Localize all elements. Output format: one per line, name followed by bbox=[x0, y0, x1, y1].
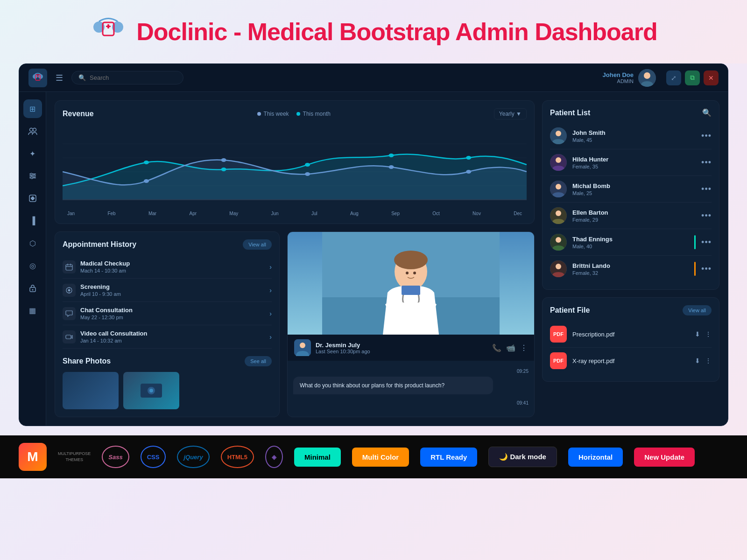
file-actions-0[interactable]: ⬇ ⋮ bbox=[695, 330, 712, 338]
patient-item-3[interactable]: Ellen Barton Female, 29 ••• bbox=[550, 203, 712, 229]
phone-icon[interactable]: 📞 bbox=[492, 343, 501, 352]
appointment-view-all[interactable]: View all bbox=[243, 239, 272, 250]
feature-horizontal[interactable]: Horizontal bbox=[568, 448, 623, 467]
file-download-icon-1[interactable]: ⬇ bbox=[695, 357, 700, 364]
patient-list-panel: Patient List 🔍 John Smith Male, 45 ••• bbox=[542, 100, 719, 290]
patient-avatar-4 bbox=[550, 234, 567, 251]
patient-more-0[interactable]: ••• bbox=[701, 131, 712, 141]
revenue-dropdown[interactable]: Yearly ▼ bbox=[494, 108, 527, 119]
patient-more-3[interactable]: ••• bbox=[701, 211, 712, 221]
patient-file-view-all[interactable]: View all bbox=[683, 305, 712, 315]
patient-more-4[interactable]: ••• bbox=[701, 238, 712, 247]
appt-icon-3 bbox=[63, 330, 76, 343]
feature-newupdate[interactable]: New Update bbox=[634, 448, 695, 467]
sidebar-item-settings[interactable] bbox=[23, 167, 42, 185]
svg-point-71 bbox=[413, 272, 416, 274]
patient-name-3: Ellen Barton bbox=[572, 209, 696, 216]
appt-arrow-1[interactable]: › bbox=[269, 287, 272, 294]
user-role-label: ADMIN bbox=[603, 78, 634, 84]
appt-arrow-2[interactable]: › bbox=[269, 310, 272, 317]
feature-minimal[interactable]: Minimal bbox=[294, 448, 341, 467]
patient-colorbar-4 bbox=[694, 235, 696, 249]
message-bubble-0: What do you think about our plans for th… bbox=[293, 377, 493, 394]
patient-more-1[interactable]: ••• bbox=[701, 158, 712, 168]
feature-multicolor[interactable]: Multi Color bbox=[352, 448, 409, 467]
sidebar-item-analytics[interactable]: ▦ bbox=[23, 301, 42, 320]
svg-rect-4 bbox=[107, 24, 109, 28]
sidebar-item-patients[interactable] bbox=[23, 122, 42, 140]
doctor-status: Last Seen 10:30pm ago bbox=[316, 349, 487, 354]
sidebar-item-radar[interactable]: ◎ bbox=[23, 256, 42, 275]
file-pdf-icon-0: PDF bbox=[550, 326, 567, 343]
revenue-panel: Revenue This week This month Yearly ▼ bbox=[55, 100, 535, 224]
patient-item-2[interactable]: Michal Bomb Male, 25 ••• bbox=[550, 176, 712, 203]
month-feb: Feb bbox=[107, 211, 115, 216]
patient-search-icon[interactable]: 🔍 bbox=[702, 108, 712, 117]
more-icon[interactable]: ⋮ bbox=[520, 343, 528, 352]
patient-more-5[interactable]: ••• bbox=[701, 264, 712, 274]
appointment-item-3[interactable]: Video call Consultation Jan 14 - 10:32 a… bbox=[63, 325, 272, 349]
sidebar-item-tools[interactable]: ✦ bbox=[23, 144, 42, 163]
search-input[interactable] bbox=[90, 74, 176, 81]
badge-css: CSS bbox=[141, 446, 166, 468]
top-nav: ☰ 🔍 Johen Doe ADMIN ⤢ ⧉ ✕ bbox=[19, 64, 728, 92]
file-actions-1[interactable]: ⬇ ⋮ bbox=[695, 357, 712, 364]
svg-point-46 bbox=[556, 184, 561, 189]
file-pdf-icon-1: PDF bbox=[550, 352, 567, 369]
appt-arrow-0[interactable]: › bbox=[269, 263, 272, 271]
revenue-chart bbox=[63, 125, 527, 209]
svg-rect-53 bbox=[66, 265, 72, 270]
month-oct: Oct bbox=[432, 211, 440, 216]
patient-detail-4: Male, 40 bbox=[572, 244, 689, 249]
sidebar-item-pages[interactable]: ⬡ bbox=[23, 234, 42, 252]
feature-darkmode[interactable]: 🌙 Dark mode bbox=[488, 447, 557, 467]
patient-item-5[interactable]: Brittni Lando Female, 32 ••• bbox=[550, 256, 712, 282]
sidebar-item-lock[interactable] bbox=[23, 279, 42, 297]
video-icon[interactable]: 📹 bbox=[506, 343, 515, 352]
sidebar-item-medical[interactable] bbox=[23, 189, 42, 208]
appointment-item-1[interactable]: Screening April 10 - 9:30 am › bbox=[63, 279, 272, 302]
doctor-name: Dr. Jesmin July bbox=[316, 342, 487, 349]
revenue-title: Revenue bbox=[63, 110, 94, 118]
footer-text: MULTIPURPOSETHEMES bbox=[58, 451, 91, 462]
feature-rtl[interactable]: RTL Ready bbox=[420, 448, 477, 467]
appt-icon-1 bbox=[63, 284, 76, 297]
patient-more-2[interactable]: ••• bbox=[701, 184, 712, 194]
month-jul: Jul bbox=[311, 211, 317, 216]
badge-sass: Sass bbox=[102, 446, 129, 468]
share-photos-see-all[interactable]: See all bbox=[245, 356, 272, 366]
app-container: ☰ 🔍 Johen Doe ADMIN ⤢ ⧉ ✕ bbox=[19, 63, 728, 426]
footer: M MULTIPURPOSETHEMES Sass CSS jQuery HTM… bbox=[0, 435, 747, 478]
svg-point-31 bbox=[221, 168, 226, 171]
file-more-icon-1[interactable]: ⋮ bbox=[705, 357, 712, 364]
appt-time-1: April 10 - 9:30 am bbox=[80, 291, 265, 297]
close-button[interactable]: ✕ bbox=[704, 70, 719, 85]
appt-arrow-3[interactable]: › bbox=[269, 333, 272, 341]
appt-name-2: Chat Consultation bbox=[80, 307, 265, 314]
svg-point-48 bbox=[556, 210, 561, 216]
sidebar-item-charts[interactable]: ▐ bbox=[23, 211, 42, 230]
chat-messages: 09:25 What do you think about our plans … bbox=[288, 361, 534, 417]
svg-point-73 bbox=[300, 343, 305, 348]
svg-rect-22 bbox=[31, 197, 35, 199]
svg-point-30 bbox=[144, 161, 149, 164]
sidebar-item-dashboard[interactable]: ⊞ bbox=[23, 99, 42, 118]
badge-jquery: jQuery bbox=[177, 446, 209, 468]
copy-button[interactable]: ⧉ bbox=[685, 70, 700, 85]
expand-button[interactable]: ⤢ bbox=[666, 70, 681, 85]
month-jun: Jun bbox=[271, 211, 279, 216]
photo-thumb-1 bbox=[123, 372, 179, 409]
menu-button[interactable]: ☰ bbox=[53, 70, 66, 86]
appointment-item-2[interactable]: Chat Consultation May 22 - 12:30 pm › bbox=[63, 302, 272, 325]
file-download-icon-0[interactable]: ⬇ bbox=[695, 330, 700, 338]
appointment-item-0[interactable]: Madical Checkup Mach 14 - 10:30 am › bbox=[63, 255, 272, 279]
file-more-icon-0[interactable]: ⋮ bbox=[705, 330, 712, 338]
file-item-0: PDF Prescription.pdf ⬇ ⋮ bbox=[550, 321, 712, 348]
search-bar[interactable]: 🔍 bbox=[71, 71, 183, 84]
svg-point-32 bbox=[305, 163, 310, 167]
patient-item-4[interactable]: Thad Ennings Male, 40 ••• bbox=[550, 229, 712, 256]
patient-avatar-1 bbox=[550, 154, 567, 171]
patient-item-0[interactable]: John Smith Male, 45 ••• bbox=[550, 123, 712, 149]
patient-item-1[interactable]: Hilda Hunter Female, 35 ••• bbox=[550, 149, 712, 176]
appt-time-0: Mach 14 - 10:30 am bbox=[80, 268, 265, 273]
